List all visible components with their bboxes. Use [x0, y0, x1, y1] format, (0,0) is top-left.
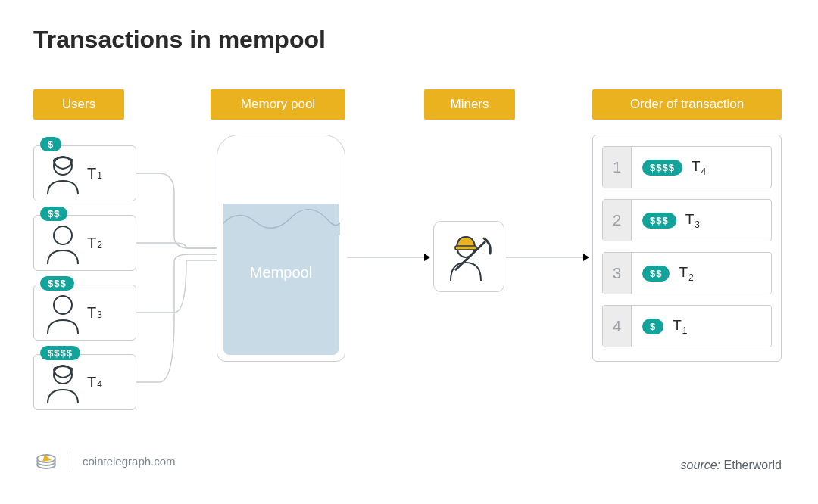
order-fee-badge: $$$	[642, 213, 676, 229]
order-row-3: 3 $$ T2	[602, 252, 772, 294]
fee-badge: $$$$	[40, 346, 80, 360]
order-tx-label: T4	[692, 158, 707, 177]
order-tx-label: T1	[673, 317, 688, 336]
page-title: Transactions in mempool	[33, 26, 326, 54]
user-card-4: $$$$ T4	[33, 354, 136, 410]
svg-point-1	[54, 226, 72, 244]
user-avatar-icon	[39, 358, 87, 406]
order-row-4: 4 $ T1	[602, 305, 772, 347]
order-tx-label: T2	[679, 264, 694, 283]
order-tx-label: T3	[685, 211, 701, 230]
order-rank: 3	[603, 253, 632, 294]
tx-label: T4	[87, 374, 103, 391]
order-panel: 1 $$$$ T4 2 $$$ T3 3 $$ T2 4 $ T1	[592, 135, 782, 362]
footer-left: cointelegraph.com	[35, 450, 176, 472]
order-fee-badge: $$	[642, 266, 670, 282]
tx-label: T2	[87, 235, 103, 252]
fee-badge: $	[40, 137, 61, 151]
mempool-wave-icon	[223, 205, 340, 235]
source-name-text: Etherworld	[724, 459, 782, 471]
mempool-container: Mempool	[217, 135, 345, 362]
svg-point-2	[54, 296, 72, 314]
footer-divider	[70, 451, 70, 471]
user-card-2: $$ T2	[33, 215, 136, 271]
user-avatar-icon	[39, 219, 87, 267]
tx-label: T3	[87, 304, 103, 322]
source-label: source:	[681, 459, 720, 471]
user-card-3: $$$ T3	[33, 285, 136, 341]
user-avatar-icon	[39, 149, 87, 198]
fee-badge: $$$	[40, 276, 74, 291]
order-rank: 2	[603, 200, 632, 241]
col-label-order: Order of transaction	[592, 89, 782, 120]
user-avatar-icon	[39, 288, 87, 337]
svg-rect-5	[455, 246, 476, 250]
mempool-label: Mempool	[217, 264, 345, 282]
order-rank: 1	[603, 147, 632, 188]
cointelegraph-logo-icon	[35, 450, 58, 472]
order-row-2: 2 $$$ T3	[602, 199, 772, 241]
col-label-mempool: Memory pool	[211, 89, 345, 120]
fee-badge: $$	[40, 207, 67, 221]
tx-label: T1	[87, 165, 103, 182]
order-row-1: 1 $$$$ T4	[602, 146, 772, 188]
order-fee-badge: $$$$	[642, 160, 682, 176]
col-label-miners: Miners	[424, 89, 515, 120]
order-rank: 4	[603, 306, 632, 347]
miner-box	[433, 221, 504, 292]
order-fee-badge: $	[642, 319, 663, 334]
footer-right: source: Etherworld	[681, 459, 782, 472]
user-card-1: $ T1	[33, 145, 136, 201]
col-label-users: Users	[33, 89, 124, 120]
footer-site: cointelegraph.com	[83, 455, 176, 468]
miner-icon	[440, 228, 498, 285]
